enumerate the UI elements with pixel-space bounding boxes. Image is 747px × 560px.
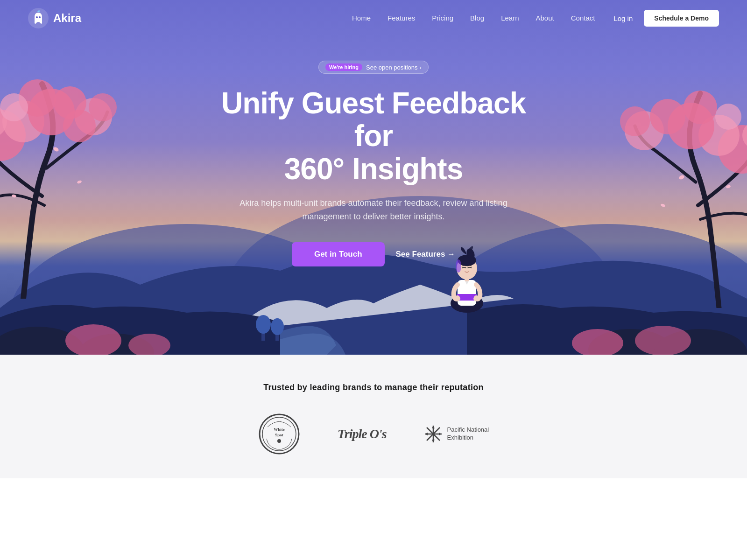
svg-marker-66 xyxy=(425,433,428,435)
nav-links: Home Features Pricing Blog Learn About C… xyxy=(352,14,595,22)
svg-text:Spot: Spot xyxy=(275,433,283,437)
nav-actions: Log in Schedule a Demo xyxy=(613,10,719,27)
nav-features[interactable]: Features xyxy=(388,14,415,22)
svg-point-36 xyxy=(650,99,685,134)
svg-point-53 xyxy=(453,296,460,301)
brand-logos: White Spot Triple O's xyxy=(28,413,719,455)
svg-point-40 xyxy=(684,91,717,124)
svg-point-2 xyxy=(39,16,41,18)
svg-point-27 xyxy=(0,93,28,121)
nav-home[interactable]: Home xyxy=(352,14,371,22)
svg-point-41 xyxy=(715,104,741,130)
pne-logo: Pacific National Exhibition xyxy=(424,425,489,443)
logo-link[interactable]: Akira xyxy=(28,8,81,28)
get-in-touch-button[interactable]: Get in Touch xyxy=(292,242,385,266)
nav-learn[interactable]: Learn xyxy=(501,14,519,22)
nav-pricing[interactable]: Pricing xyxy=(432,14,453,22)
svg-point-13 xyxy=(635,326,691,355)
hero-buttons: Get in Touch See Features → xyxy=(210,242,537,266)
navbar: Akira Home Features Pricing Blog Learn A… xyxy=(0,0,747,36)
svg-point-1 xyxy=(36,16,38,18)
pne-text: Pacific National Exhibition xyxy=(447,426,489,442)
svg-point-15 xyxy=(256,315,271,334)
tripleos-logo: Triple O's xyxy=(338,427,387,441)
cherry-tree-right xyxy=(616,84,747,308)
trusted-section: Trusted by leading brands to manage thei… xyxy=(0,355,747,478)
hero-section: We're hiring See open positions › Unify … xyxy=(0,0,747,355)
svg-point-43 xyxy=(660,203,665,207)
hero-subtitle: Akira helps multi-unit brands automate t… xyxy=(238,196,509,224)
svg-point-42 xyxy=(678,175,685,180)
svg-marker-64 xyxy=(432,426,435,428)
hiring-tag: We're hiring xyxy=(325,63,362,71)
login-link[interactable]: Log in xyxy=(613,14,633,22)
nav-contact[interactable]: Contact xyxy=(571,14,595,22)
brand-name: Akira xyxy=(53,12,81,25)
svg-text:White: White xyxy=(274,427,285,432)
cherry-tree-left xyxy=(0,65,135,299)
hiring-link: See open positions › xyxy=(366,64,422,71)
svg-point-44 xyxy=(726,185,731,189)
hero-title: Unify Guest Feedback for 360° Insights xyxy=(210,87,537,185)
nav-blog[interactable]: Blog xyxy=(470,14,484,22)
svg-marker-65 xyxy=(432,440,435,442)
svg-point-28 xyxy=(63,110,96,142)
hiring-badge[interactable]: We're hiring See open positions › xyxy=(318,61,429,74)
svg-point-29 xyxy=(53,147,59,153)
nav-about[interactable]: About xyxy=(536,14,554,22)
svg-point-38 xyxy=(620,106,650,136)
svg-point-59 xyxy=(277,439,281,443)
svg-point-17 xyxy=(271,318,284,335)
see-features-button[interactable]: See Features → xyxy=(396,250,456,259)
whitespot-logo: White Spot xyxy=(258,413,300,455)
trusted-title: Trusted by leading brands to manage thei… xyxy=(28,383,719,392)
hero-content: We're hiring See open positions › Unify … xyxy=(210,61,537,266)
schedule-demo-button[interactable]: Schedule a Demo xyxy=(644,10,719,27)
svg-marker-67 xyxy=(439,433,442,435)
svg-point-30 xyxy=(77,180,82,184)
svg-point-54 xyxy=(473,296,481,301)
akira-logo-icon xyxy=(28,8,49,28)
